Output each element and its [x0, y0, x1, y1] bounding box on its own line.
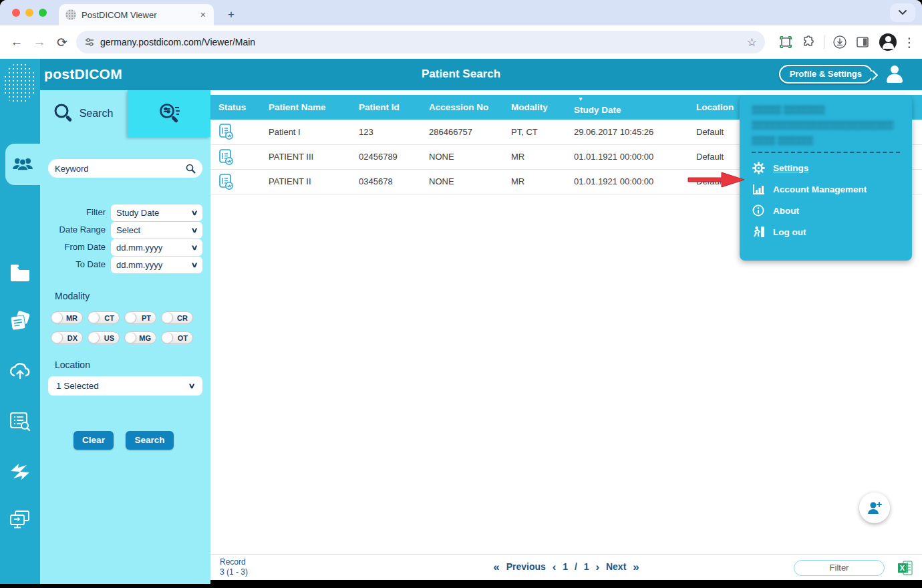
sidebar-item-patients[interactable] — [5, 144, 40, 185]
sidebar-item-documents[interactable] — [0, 303, 40, 340]
first-page-button[interactable]: « — [493, 561, 499, 573]
browser-tab[interactable]: PostDICOM Viewer × — [59, 4, 214, 25]
date-range-label: Date Range — [40, 225, 106, 235]
sync-arrows-icon — [9, 462, 31, 481]
filter-label: Filter — [40, 207, 106, 217]
user-avatar-icon[interactable] — [886, 65, 903, 83]
documents-stack-icon — [9, 311, 31, 332]
patient-name-cell[interactable]: PATIENT II — [261, 169, 351, 194]
downloads-icon[interactable] — [828, 35, 851, 49]
column-header-patient-name[interactable]: Patient Name — [261, 95, 351, 120]
modality-toggle-cr[interactable]: CR — [161, 311, 193, 324]
accession-no-cell[interactable]: NONE — [421, 169, 503, 194]
modality-cell[interactable]: PT, CT — [503, 120, 566, 144]
new-tab-button[interactable]: + — [222, 5, 241, 24]
add-patient-fab[interactable] — [859, 492, 890, 523]
address-bar[interactable]: germany.postdicom.com/Viewer/Main ☆ — [76, 31, 765, 53]
macos-close-button[interactable] — [12, 9, 20, 17]
modality-toggle-pt[interactable]: PT — [124, 311, 156, 324]
sidebar-item-upload[interactable] — [0, 351, 40, 389]
filter-button[interactable]: Filter — [794, 560, 885, 576]
date-range-select[interactable]: Select∨ — [111, 222, 202, 239]
modality-toggle-mg[interactable]: MG — [124, 331, 156, 344]
modality-toggle-mr[interactable]: MR — [51, 311, 83, 324]
modality-toggle-ot[interactable]: OT — [161, 331, 193, 344]
previous-page-icon[interactable]: ‹ — [553, 561, 557, 573]
modality-cell[interactable]: MR — [503, 144, 566, 169]
tab-basic-search[interactable]: Search — [40, 90, 126, 137]
column-header-patient-id[interactable]: Patient Id — [351, 95, 421, 120]
to-date-input[interactable]: dd.mm.yyyy∨ — [111, 257, 202, 273]
patient-id-cell[interactable]: 123 — [351, 120, 421, 144]
menu-item-settings[interactable]: Settings — [752, 157, 900, 178]
browser-tab-strip: PostDICOM Viewer × + — [0, 0, 922, 25]
tab-favicon-icon — [65, 9, 76, 20]
tab-overview-button[interactable] — [890, 3, 915, 22]
tab-advanced-search[interactable] — [128, 90, 210, 137]
study-date-cell[interactable]: 01.01.1921 00:00:00 — [566, 169, 688, 194]
report-status-icon — [218, 123, 235, 140]
patient-id-cell[interactable]: 02456789 — [351, 144, 421, 169]
date-range-row: Date Range Select∨ — [40, 222, 210, 239]
tab-basic-search-label: Search — [80, 108, 114, 120]
macos-minimize-button[interactable] — [25, 9, 33, 17]
keyword-search-field[interactable] — [48, 159, 202, 178]
forward-button[interactable]: → — [28, 35, 51, 49]
sidebar-item-folders[interactable] — [0, 254, 40, 291]
sidebar-item-remote-view[interactable] — [0, 501, 40, 539]
modality-toggle-dx[interactable]: DX — [51, 331, 83, 344]
browser-profile-avatar[interactable] — [879, 33, 897, 51]
browser-window: PostDICOM Viewer × + ← → ⟳ germany.postd… — [0, 0, 922, 584]
next-page-icon[interactable]: › — [595, 561, 599, 573]
column-header-modality[interactable]: Modality — [503, 95, 566, 120]
bookmark-star-icon[interactable]: ☆ — [747, 35, 757, 49]
location-select[interactable]: 1 Selected ∨ — [48, 376, 202, 396]
reload-button[interactable]: ⟳ — [51, 35, 73, 50]
tab-title: PostDICOM Viewer — [82, 10, 199, 20]
current-page: 1 — [563, 561, 568, 572]
filter-select[interactable]: Study Date∨ — [111, 204, 202, 221]
tab-close-icon[interactable]: × — [199, 9, 207, 20]
keyword-input[interactable] — [55, 164, 186, 174]
side-panel-icon[interactable] — [851, 35, 874, 49]
modality-toggle-ct[interactable]: CT — [88, 311, 120, 324]
menu-item-logout[interactable]: Log out — [752, 221, 900, 243]
info-icon — [752, 204, 765, 216]
menu-item-about[interactable]: About — [752, 200, 900, 221]
site-settings-icon[interactable] — [84, 37, 95, 47]
next-button[interactable]: Next — [606, 561, 626, 572]
study-date-cell[interactable]: 29.06.2017 10:45:26 — [566, 120, 688, 144]
screenshot-extension-icon[interactable] — [774, 35, 797, 49]
menu-item-account-management[interactable]: Account Management — [752, 178, 900, 200]
study-date-cell[interactable]: 01.01.1921 00:00:00 — [566, 144, 688, 169]
back-button[interactable]: ← — [5, 35, 28, 49]
browser-menu-kebab-icon[interactable]: ⋮ — [902, 35, 917, 50]
toggle-knob — [162, 333, 172, 343]
sidebar-item-worklist-search[interactable] — [0, 403, 40, 440]
column-header-accession-no[interactable]: Accession No — [421, 95, 503, 120]
search-panel-tabs: Search — [40, 90, 210, 137]
column-header-study-date[interactable]: ▼ Study Date — [566, 95, 688, 120]
accession-no-cell[interactable]: 286466757 — [421, 120, 503, 144]
modality-cell[interactable]: MR — [503, 169, 566, 194]
clear-button[interactable]: Clear — [73, 431, 114, 450]
previous-button[interactable]: Previous — [506, 561, 546, 572]
export-excel-button[interactable]: X — [898, 561, 913, 575]
macos-maximize-button[interactable] — [39, 9, 47, 17]
column-header-status[interactable]: Status — [210, 95, 261, 120]
search-icon[interactable] — [186, 164, 196, 174]
extensions-puzzle-icon[interactable] — [797, 35, 820, 49]
last-page-button[interactable]: » — [633, 561, 639, 573]
sidebar-item-transfer[interactable] — [0, 453, 40, 490]
url-text[interactable]: germany.postdicom.com/Viewer/Main — [100, 37, 747, 47]
modality-toggle-us[interactable]: US — [88, 331, 120, 344]
sort-descending-icon: ▼ — [578, 96, 583, 102]
patient-name-cell[interactable]: PATIENT III — [261, 144, 351, 169]
browser-toolbar: ← → ⟳ germany.postdicom.com/Viewer/Main … — [0, 25, 922, 59]
patient-id-cell[interactable]: 0345678 — [351, 169, 421, 194]
total-pages: 1 — [584, 561, 589, 572]
from-date-input[interactable]: dd.mm.yyyy∨ — [111, 239, 202, 256]
patient-name-cell[interactable]: Patient I — [261, 120, 351, 144]
accession-no-cell[interactable]: NONE — [421, 144, 503, 169]
search-button[interactable]: Search — [126, 431, 174, 450]
